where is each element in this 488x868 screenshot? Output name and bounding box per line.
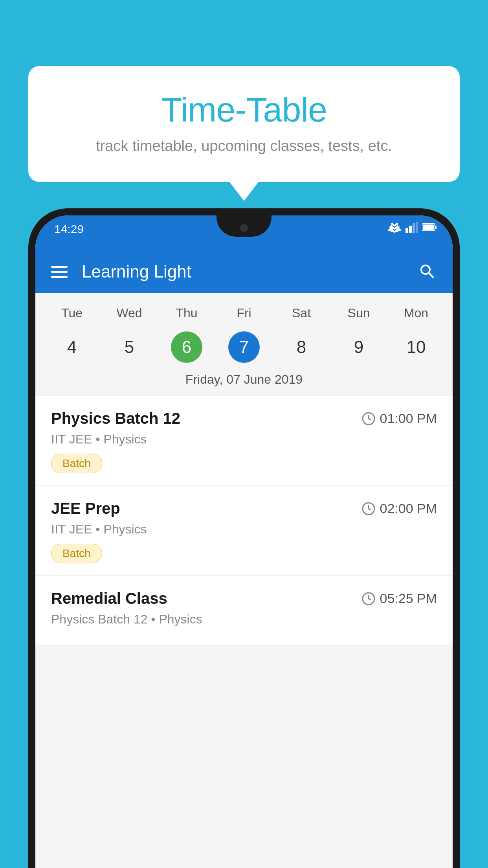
schedule-item[interactable]: JEE Prep 02:00 PM IIT JEE • Physics Batc… [35,485,453,576]
day-num-col-5[interactable]: 5 [101,328,158,366]
day-header-thu[interactable]: Thu [158,301,215,325]
hamburger-menu-button[interactable] [51,266,68,278]
schedule-item-time: 02:00 PM [361,501,437,516]
svg-rect-5 [413,223,415,233]
calendar-strip: TueWedThuFriSatSunMon 45678910 Friday, 0… [35,293,453,395]
day-header-fri[interactable]: Fri [215,301,273,325]
phone-inner: 14:29 [35,215,453,868]
svg-rect-6 [416,222,418,233]
day-name: Sat [292,306,311,320]
schedule-item-time: 05:25 PM [361,591,437,606]
tooltip-subtitle: track timetable, upcoming classes, tests… [60,138,428,154]
day-number: 6 [171,331,202,363]
app-bar: Learning Light [35,250,453,293]
schedule-item-title: Physics Batch 12 [51,410,180,427]
svg-rect-3 [405,228,408,233]
wifi-icon [387,222,402,233]
day-num-col-9[interactable]: 9 [330,328,387,366]
schedule-item-subtitle: Physics Batch 12 • Physics [51,612,437,627]
day-header-mon[interactable]: Mon [387,301,445,325]
schedule-item-subtitle: IIT JEE • Physics [51,432,437,447]
day-num-col-4[interactable]: 4 [43,328,101,366]
day-headers: TueWedThuFriSatSunMon [35,301,453,325]
day-name: Wed [116,306,142,320]
day-number: 10 [400,331,432,363]
phone-frame: 14:29 [28,208,460,868]
day-number: 4 [56,331,88,363]
schedule-item[interactable]: Physics Batch 12 01:00 PM IIT JEE • Phys… [35,395,453,485]
day-number: 8 [286,331,317,363]
signal-icon [405,222,418,233]
day-num-col-6[interactable]: 6 [158,328,215,366]
status-icons [387,222,437,233]
day-number: 7 [228,331,260,363]
day-name: Sun [348,306,370,320]
day-num-col-7[interactable]: 7 [215,328,273,366]
schedule-item-time: 01:00 PM [361,411,437,426]
camera [240,224,248,232]
schedule-item[interactable]: Remedial Class 05:25 PM Physics Batch 12… [35,576,453,646]
clock-icon [361,502,376,516]
day-header-tue[interactable]: Tue [43,301,101,325]
schedule-item-title: JEE Prep [51,500,120,517]
svg-rect-8 [435,226,437,229]
schedule-item-header: Remedial Class 05:25 PM [51,590,437,607]
day-numbers: 45678910 [35,328,453,366]
schedule-item-title: Remedial Class [51,590,167,607]
selected-date-label: Friday, 07 June 2019 [35,366,453,395]
day-header-wed[interactable]: Wed [101,301,158,325]
search-icon[interactable] [418,262,437,281]
day-num-col-8[interactable]: 8 [273,328,330,366]
day-number: 9 [343,331,374,363]
day-number: 5 [114,331,145,363]
schedule-item-subtitle: IIT JEE • Physics [51,522,437,537]
app-title: Learning Light [82,262,418,281]
schedule-item-header: Physics Batch 12 01:00 PM [51,410,437,427]
day-name: Mon [404,306,428,320]
day-name: Thu [176,306,197,320]
day-name: Tue [61,306,83,320]
notch [216,215,272,237]
day-num-col-10[interactable]: 10 [387,328,445,366]
day-header-sun[interactable]: Sun [330,301,387,325]
tooltip-card: Time-Table track timetable, upcoming cla… [28,66,460,182]
battery-icon [422,223,437,232]
svg-rect-4 [409,226,412,233]
status-time: 14:29 [54,223,84,236]
day-name: Fri [237,306,251,320]
status-bar: 14:29 [35,215,453,250]
clock-icon [361,412,376,426]
schedule-item-header: JEE Prep 02:00 PM [51,500,437,517]
schedule-list: Physics Batch 12 01:00 PM IIT JEE • Phys… [35,395,453,646]
batch-badge: Batch [51,454,437,473]
tooltip-title: Time-Table [60,90,428,130]
day-header-sat[interactable]: Sat [273,301,330,325]
clock-icon [361,592,376,606]
svg-rect-9 [423,224,434,230]
batch-badge: Batch [51,544,437,563]
